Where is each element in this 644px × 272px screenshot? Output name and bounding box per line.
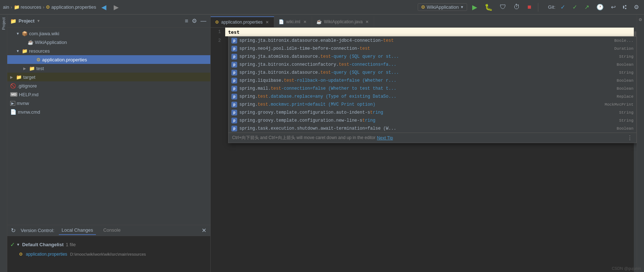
watermark: CSDN @gujunin (612, 266, 641, 271)
run-config-selector[interactable]: ⚙ WikiApplication ▼ (418, 3, 467, 11)
tab-close-iml[interactable]: ✕ (303, 20, 307, 24)
profile-button[interactable]: ⏱ (511, 3, 522, 12)
editor-area: ⚙ application.properties ✕ 📄 wiki.iml ✕ … (211, 15, 637, 272)
git-history-button[interactable]: 🕐 (594, 3, 606, 11)
tab-close-java[interactable]: ✕ (365, 20, 369, 24)
ac-item-10[interactable]: p spring.groovy.template.configuration.a… (228, 109, 636, 117)
autocomplete-dropdown: p spring.jta.bitronix.datasource.enable-… (228, 36, 637, 143)
line-number-1: 1 (211, 29, 225, 34)
ac-item-4[interactable]: p spring.jta.bitronix.connectionfactory.… (228, 61, 636, 69)
git-revert-button[interactable]: ↩ (609, 3, 618, 11)
changelist-header: ▼ Default Changelist 1 file (16, 240, 76, 249)
debug-button[interactable]: 🐛 (482, 3, 495, 12)
tree-item-label: com.jiawa.wiki (29, 31, 59, 36)
tree-item-com-jiawa-wiki[interactable]: ▼ 📦 com.jiawa.wiki (7, 29, 210, 38)
tree-item-target[interactable]: ▶ 📁 target (7, 73, 210, 81)
back-button[interactable]: ◀ (99, 3, 109, 12)
ac-item-11[interactable]: p spring.groovy.template.configuration.n… (228, 117, 636, 125)
changelist-name: Default Changelist (22, 242, 64, 247)
ac-item-9[interactable]: p spring.test.mockmvc.print=default (MVC… (228, 101, 636, 109)
gitignore-icon: 🚫 (10, 83, 16, 89)
ac-type-7: Boolean (617, 86, 633, 91)
expand-arrow: ▶ (10, 75, 15, 79)
bottom-tabs: ↻ Version Control: Local Changes Console… (7, 225, 210, 236)
stop-button[interactable]: ■ (525, 3, 534, 12)
line-content-1[interactable]: test (225, 28, 631, 36)
tab-label: WikiApplication.java (324, 19, 363, 24)
file-entry-path: D:\imooc\wiki\work\wiki\src\main\resourc… (70, 252, 146, 256)
ac-item-6[interactable]: p spring.liquibase.test-rollback-on-upda… (228, 77, 636, 85)
ac-more-button[interactable]: ⋮ (627, 134, 633, 141)
ac-text-1: spring.jta.bitronix.datasource.enable-jd… (239, 38, 612, 43)
panel-folder-icon: 📁 (10, 18, 16, 24)
panel-header: 📁 Project ▼ ≡ ⚙ — (7, 15, 210, 28)
tab-wiki-iml[interactable]: 📄 wiki.iml ✕ (274, 16, 312, 27)
tree-item-label: application.properties (42, 57, 87, 62)
ac-icon-5: p (231, 70, 237, 76)
tree-item-resources[interactable]: ▼ 📁 resources (7, 46, 210, 55)
tree-item-application-properties[interactable]: ⚙ application.properties (7, 55, 210, 64)
tree-item-label: WikiApplication (35, 40, 67, 45)
coverage-button[interactable]: 🛡 (498, 3, 509, 12)
ac-icon-3: p (231, 54, 237, 60)
side-tab-project[interactable]: Project (0, 15, 7, 33)
next-tip-button[interactable]: Next Tip (377, 135, 393, 141)
back-icon: ◀ (101, 3, 106, 11)
ac-item-2[interactable]: p spring.neo4j.pool.idle-time-before-con… (228, 45, 636, 53)
ac-item-8[interactable]: p spring.test.database.replace=any (Type… (228, 93, 636, 101)
ac-item-7[interactable]: p spring.mail.test-connection=false (Whe… (228, 85, 636, 93)
package-icon: 📦 (22, 31, 28, 36)
close-bottom-panel[interactable]: ✕ (201, 227, 207, 234)
tab-console[interactable]: Console (100, 226, 123, 235)
ac-text-5: spring.jta.bitronix.datasource.test-quer… (239, 70, 617, 75)
tree-item-mvnw[interactable]: ▶ mvnw (7, 99, 210, 107)
git-commit-button[interactable]: ✓ (570, 3, 579, 11)
git-push-button[interactable]: ↗ (582, 3, 591, 11)
tree-item-gitignore[interactable]: 🚫 .gitignore (7, 81, 210, 90)
side-tab-right-1[interactable]: ⚙ (638, 17, 643, 22)
ac-item-1[interactable]: p spring.jta.bitronix.datasource.enable-… (228, 37, 636, 45)
ac-icon-12: p (231, 126, 237, 131)
panel-action-minimize[interactable]: — (199, 17, 207, 24)
ac-icon-1: p (231, 38, 237, 44)
folder-icon: 📁 (22, 48, 28, 54)
forward-button[interactable]: ▶ (112, 3, 121, 12)
tab-wiki-application-java[interactable]: ☕ WikiApplication.java ✕ (312, 16, 374, 27)
tab-application-properties[interactable]: ⚙ application.properties ✕ (211, 16, 274, 27)
ac-type-3: String (619, 54, 633, 59)
ac-icon-11: p (231, 118, 237, 123)
tree-item-wiki-application[interactable]: ☕ WikiApplication (7, 38, 210, 46)
file-entry-name: application.properties (26, 252, 67, 257)
vc-label: Version Control: (21, 228, 54, 233)
panel-dropdown-icon: ▼ (37, 19, 40, 23)
ac-icon-2: p (231, 46, 237, 52)
bottom-panel: ↻ Version Control: Local Changes Console… (7, 225, 210, 272)
tree-item-label: resources (29, 48, 50, 54)
ac-item-5[interactable]: p spring.jta.bitronix.datasource.test-qu… (228, 69, 636, 77)
git-branches-button[interactable]: ⑆ (621, 3, 629, 11)
ac-type-10: String (619, 110, 633, 115)
ac-item-3[interactable]: p spring.jta.atomikos.datasource.test-qu… (228, 53, 636, 61)
tab-icon-props: ⚙ (215, 20, 219, 25)
file-entry[interactable]: ⚙ application.properties D:\imooc\wiki\w… (10, 250, 207, 258)
tree-item-mvnw-cmd[interactable]: 📄 mvnw.cmd (7, 107, 210, 116)
tree-item-label: mvnw (17, 101, 29, 106)
run-button[interactable]: ▶ (470, 3, 479, 12)
panel-action-settings[interactable]: ⚙ (191, 17, 198, 24)
refresh-button[interactable]: ↻ (10, 226, 16, 235)
tab-local-changes[interactable]: Local Changes (59, 226, 96, 235)
git-check-button[interactable]: ✓ (558, 3, 567, 11)
breadcrumb-part-3: ⚙ application.properties (46, 4, 96, 10)
ac-type-1: Boole... (614, 38, 633, 43)
ac-type-9: MockMvcPrint (605, 102, 633, 107)
tree-item-help-md[interactable]: MD HELP.md (7, 90, 210, 99)
tab-close-props[interactable]: ✕ (265, 20, 270, 25)
tree-item-test[interactable]: ▶ 📁 test (7, 64, 210, 73)
run-config-dropdown-icon: ▼ (460, 5, 464, 9)
ac-item-12[interactable]: p spring.task.execution.shutdown.await-t… (228, 125, 636, 133)
divider (538, 3, 544, 12)
panel-action-sort[interactable]: ≡ (184, 17, 189, 24)
settings-button[interactable]: ⚙ (632, 3, 641, 11)
ac-type-11: String (619, 118, 633, 123)
md-badge: MD (10, 92, 17, 97)
